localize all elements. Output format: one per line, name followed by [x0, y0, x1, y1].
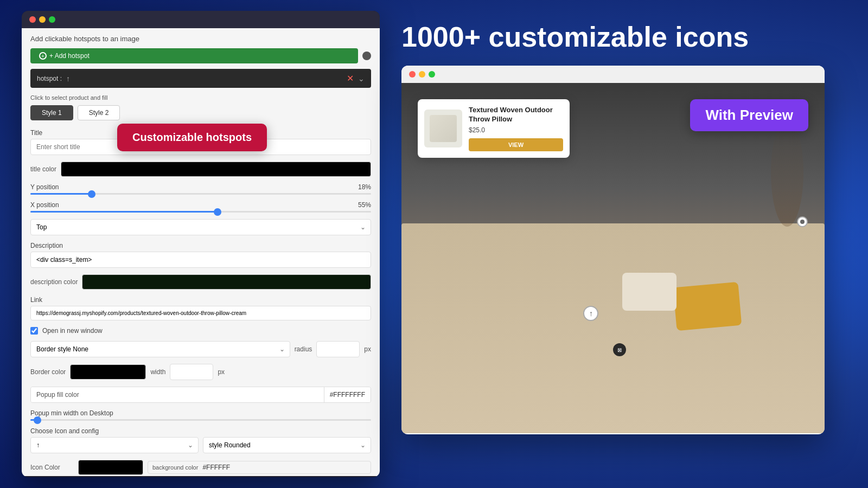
- hotspot-bar-right: ✕ ⌄: [347, 73, 365, 84]
- border-color-label: Border color: [30, 368, 66, 376]
- preview-dot-yellow[interactable]: [419, 71, 425, 78]
- headline: 1000+ customizable icons: [401, 22, 749, 53]
- bg-color-group: background color #FFFFFF: [148, 461, 371, 474]
- border-style-select[interactable]: Border style None: [30, 341, 290, 357]
- up-arrow-button[interactable]: ↑: [66, 74, 70, 83]
- select-product-label: Click to select product and fill: [30, 94, 371, 101]
- x-position-track[interactable]: [30, 211, 371, 213]
- description-label: Description: [30, 242, 371, 249]
- radius-label: radius: [295, 345, 312, 353]
- width-label: width: [150, 368, 165, 376]
- toolbar-toggle[interactable]: [362, 52, 371, 60]
- preview-content: With Preview Textured Woven Outdoor Thro…: [401, 83, 825, 433]
- link-input[interactable]: [30, 306, 371, 320]
- popup-fill-label: Popup fill color: [31, 387, 324, 402]
- chevron-button[interactable]: ⌄: [358, 74, 365, 83]
- product-info: Textured Woven Outdoor Throw Pillow $25.…: [469, 106, 563, 151]
- window-content: Add clickable hotspots to an image + + A…: [22, 28, 380, 476]
- link-label: Link: [30, 296, 371, 304]
- width-input[interactable]: [170, 364, 213, 380]
- border-style-wrapper: Border style None: [30, 341, 290, 357]
- dot-red[interactable]: [29, 16, 36, 23]
- popup-position-row: Top: [30, 219, 371, 235]
- popup-min-width-group: Popup min width on Desktop: [30, 409, 371, 421]
- preview-dot-green[interactable]: [429, 71, 435, 78]
- view-button[interactable]: VIEW: [469, 138, 563, 151]
- dot-green[interactable]: [49, 16, 55, 23]
- icon-select[interactable]: ↑: [30, 437, 199, 453]
- popup-min-width-track[interactable]: [30, 419, 371, 421]
- add-hotspot-button[interactable]: + + Add hotspot: [30, 48, 358, 63]
- window-titlebar: [22, 11, 380, 28]
- y-position-label: Y position: [30, 183, 59, 191]
- x-position-thumb[interactable]: [214, 208, 221, 216]
- product-thumbnail: [424, 110, 462, 147]
- app-header: Add clickable hotspots to an image: [30, 35, 371, 43]
- style-select-wrapper: style Rounded: [203, 437, 371, 453]
- popup-fill-value: #FFFFFFFF: [324, 387, 371, 402]
- dot-yellow[interactable]: [39, 16, 46, 23]
- y-position-track[interactable]: [30, 193, 371, 195]
- product-price: $25.0: [469, 126, 563, 134]
- border-color-swatch[interactable]: [70, 364, 146, 380]
- hotspot-circle-inner-1: [800, 220, 805, 224]
- hotspot-circle-1[interactable]: [797, 216, 808, 227]
- open-new-window-row: Open in new window: [30, 327, 371, 335]
- radius-px-label: px: [364, 345, 371, 353]
- description-input[interactable]: [30, 252, 371, 268]
- bed-element: [401, 223, 825, 434]
- close-hotspot-button[interactable]: ✕: [347, 73, 354, 84]
- description-color-row: description color: [30, 274, 371, 290]
- preview-titlebar: [401, 66, 825, 83]
- description-color-swatch[interactable]: [82, 274, 371, 290]
- open-new-window-label: Open in new window: [42, 327, 103, 335]
- hotspot-pin[interactable]: ⊠: [613, 343, 626, 356]
- title-color-row: title color: [30, 162, 371, 177]
- background-color-value: #FFFFFF: [202, 464, 230, 471]
- icon-config-group: Choose Icon and config ↑ style Rounded: [30, 427, 371, 453]
- hotspot-bar: hotspot : ↑ ✕ ⌄: [30, 69, 371, 88]
- link-group: Link: [30, 296, 371, 320]
- y-position-fill: [30, 193, 92, 195]
- border-color-row: Border color width px: [30, 364, 371, 380]
- product-card: Textured Woven Outdoor Throw Pillow $25.…: [418, 99, 570, 158]
- y-position-value: 18%: [358, 183, 371, 191]
- x-position-value: 55%: [358, 201, 371, 209]
- badge-customizable-hotspots: Customizable hotspots: [117, 124, 267, 151]
- popup-min-width-label: Popup min width on Desktop: [30, 409, 371, 417]
- preview-dot-red[interactable]: [409, 71, 416, 78]
- description-color-label: description color: [30, 278, 78, 286]
- preview-window: With Preview Textured Woven Outdoor Thro…: [401, 66, 825, 434]
- hotspot-label: hotspot :: [37, 75, 62, 82]
- popup-position-wrapper: Top: [30, 219, 371, 235]
- bedroom-background: With Preview Textured Woven Outdoor Thro…: [401, 83, 825, 433]
- x-position-slider-row: X position 55%: [30, 201, 371, 213]
- title-color-swatch[interactable]: [61, 162, 371, 177]
- description-group: Description: [30, 242, 371, 268]
- style-tab-2[interactable]: Style 2: [78, 105, 120, 120]
- x-position-fill: [30, 211, 218, 213]
- open-new-window-checkbox[interactable]: [30, 327, 38, 335]
- icon-color-swatch[interactable]: [78, 460, 143, 475]
- icon-color-label: Icon Color: [30, 464, 74, 471]
- popup-fill-row: Popup fill color #FFFFFFFF: [30, 387, 371, 403]
- badge-wrapper: Click to select product and fill Style 1…: [30, 94, 371, 120]
- icon-config-label: Choose Icon and config: [30, 427, 371, 435]
- toolbar: + + Add hotspot: [30, 48, 371, 63]
- style-select[interactable]: style Rounded: [203, 437, 371, 453]
- style-tab-1[interactable]: Style 1: [30, 105, 73, 120]
- right-section: 1000+ customizable icons With Preview: [401, 11, 846, 477]
- left-app-window: Add clickable hotspots to an image + + A…: [22, 11, 380, 477]
- pillow-white: [622, 273, 676, 311]
- plus-circle-icon: +: [39, 52, 47, 60]
- y-position-slider-row: Y position 18%: [30, 183, 371, 195]
- hotspot-bar-left: hotspot : ↑: [37, 74, 70, 83]
- product-name: Textured Woven Outdoor Throw Pillow: [469, 106, 563, 124]
- border-row: Border style None radius px: [30, 341, 371, 357]
- branch-decor: [771, 118, 803, 227]
- radius-input[interactable]: [316, 341, 360, 357]
- popup-min-width-thumb[interactable]: [34, 416, 41, 424]
- y-position-thumb[interactable]: [88, 190, 95, 198]
- popup-position-select[interactable]: Top: [30, 219, 371, 235]
- product-thumb-inner: [430, 115, 457, 142]
